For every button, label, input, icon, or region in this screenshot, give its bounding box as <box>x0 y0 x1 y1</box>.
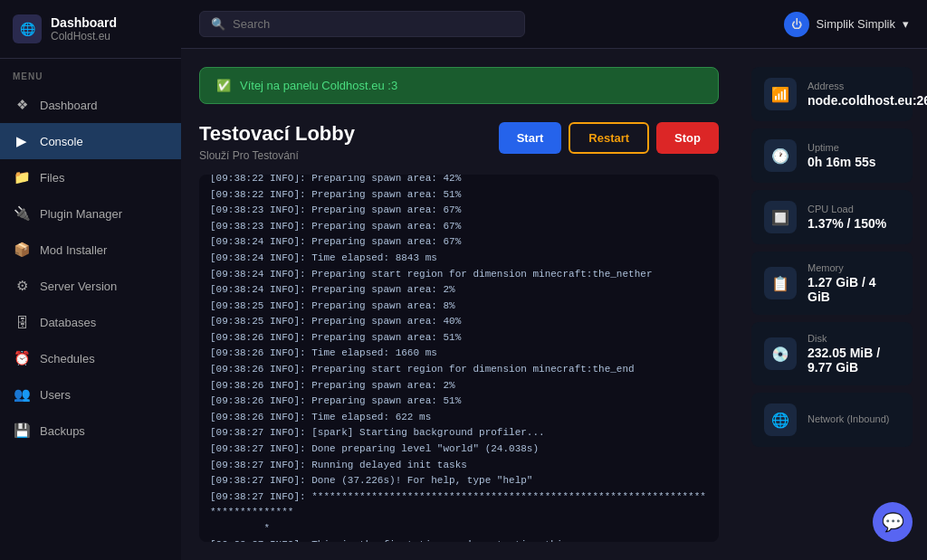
stat-card-disk: 💿Disk232.05 MiB / 9.77 GiB <box>751 322 913 385</box>
header: 🔍 ⏻ Simplik Simplik ▾ <box>181 0 927 49</box>
stat-value-memory: 1.27 GiB / 4 GiB <box>808 275 900 304</box>
sidebar-item-schedules[interactable]: ⏰Schedules <box>0 340 181 376</box>
sidebar-item-label-users: Users <box>40 388 71 402</box>
sidebar-item-label-server-version: Server Version <box>40 280 117 293</box>
uptime-icon: 🕐 <box>764 139 797 172</box>
console-line: [09:38:26 INFO]: Preparing spawn area: 5… <box>210 330 708 346</box>
stat-info-cpu: CPU Load1.37% / 150% <box>808 204 886 231</box>
sidebar-nav: ❖Dashboard▶Console📁Files🔌Plugin Manager📦… <box>0 87 181 449</box>
server-controls: Start Restart Stop <box>499 122 719 154</box>
menu-label: MENU <box>0 59 181 87</box>
sidebar-item-mod-installer[interactable]: 📦Mod Installer <box>0 232 181 268</box>
sidebar-item-label-schedules: Schedules <box>40 352 95 365</box>
console-line: [09:38:26 INFO]: Time elapsed: 622 ms <box>210 410 708 426</box>
console-area: ✅ Vítej na panelu Coldhost.eu :3 Testova… <box>181 49 737 560</box>
stat-card-cpu: 🔲CPU Load1.37% / 150% <box>751 190 913 244</box>
stat-card-uptime: 🕐Uptime0h 16m 55s <box>751 128 913 183</box>
server-description: Slouží Pro Testování <box>199 149 355 162</box>
console-line: [09:38:23 INFO]: Preparing spawn area: 6… <box>210 219 708 235</box>
stat-value-address: node.coldhost.eu:26012 <box>808 93 927 108</box>
console-line: [09:38:26 INFO]: Preparing spawn area: 5… <box>210 394 708 410</box>
console-line: [09:38:22 INFO]: Preparing spawn area: 5… <box>210 187 708 204</box>
sidebar-brand: Dashboard ColdHost.eu <box>51 15 117 43</box>
stat-label-memory: Memory <box>808 262 900 273</box>
sidebar-item-console[interactable]: ▶Console <box>0 123 181 159</box>
address-icon: 📶 <box>764 78 797 110</box>
search-bar[interactable]: 🔍 <box>199 11 525 37</box>
sidebar-item-server-version[interactable]: ⚙Server Version <box>0 268 181 304</box>
user-label: Simplik Simplik <box>817 17 895 31</box>
welcome-banner: ✅ Vítej na panelu Coldhost.eu :3 <box>199 67 719 104</box>
console-line: [09:38:26 INFO]: Preparing start region … <box>210 362 708 378</box>
sidebar-item-label-mod-installer: Mod Installer <box>40 243 107 257</box>
files-icon: 📁 <box>13 168 31 186</box>
stat-info-address: Addressnode.coldhost.eu:26012 <box>808 81 927 108</box>
stat-value-cpu: 1.37% / 150% <box>808 216 886 231</box>
stat-label-disk: Disk <box>808 333 900 344</box>
stat-label-cpu: CPU Load <box>808 204 886 214</box>
chevron-down-icon: ▾ <box>903 17 909 31</box>
databases-icon: 🗄 <box>13 313 31 331</box>
user-menu[interactable]: ⏻ Simplik Simplik ▾ <box>784 12 909 37</box>
console-line: [09:38:27 INFO]: Done preparing level "w… <box>210 441 708 458</box>
user-avatar: ⏻ <box>784 12 809 37</box>
console-line: [09:38:27 INFO]: Done (37.226s)! For hel… <box>210 473 708 489</box>
sidebar-item-label-databases: Databases <box>40 316 96 329</box>
sidebar-item-dashboard[interactable]: ❖Dashboard <box>0 87 181 123</box>
console-line: [09:38:22 INFO]: Preparing spawn area: 4… <box>210 175 708 187</box>
sidebar-item-plugin-manager[interactable]: 🔌Plugin Manager <box>0 195 181 232</box>
server-header: Testovací Lobby Slouží Pro Testování Sta… <box>199 122 719 162</box>
sidebar-item-label-console: Console <box>40 135 83 148</box>
stat-label-network: Network (Inbound) <box>808 413 890 424</box>
console-output[interactable]: [09:38:16 INFO]: Preparing spawn area: 2… <box>199 175 719 542</box>
console-line: [09:38:27 INFO]: ***********************… <box>210 489 708 521</box>
stat-card-address: 📶Addressnode.coldhost.eu:26012 <box>751 67 913 121</box>
server-version-icon: ⚙ <box>13 277 31 295</box>
console-line: [09:38:24 INFO]: Preparing start region … <box>210 267 708 283</box>
schedules-icon: ⏰ <box>13 349 31 367</box>
sidebar-item-label-backups: Backups <box>40 424 85 438</box>
search-input[interactable] <box>233 17 513 31</box>
sidebar-item-databases[interactable]: 🗄Databases <box>0 304 181 340</box>
sidebar-header: 🌐 Dashboard ColdHost.eu <box>0 0 181 59</box>
sidebar-item-label-plugin-manager: Plugin Manager <box>40 207 122 221</box>
stat-label-address: Address <box>808 81 927 91</box>
sidebar-item-label-files: Files <box>40 171 64 185</box>
right-panel: 📶Addressnode.coldhost.eu:26012🕐Uptime0h … <box>737 49 927 560</box>
sidebar-logo: 🌐 <box>13 14 42 43</box>
sidebar-item-users[interactable]: 👥Users <box>0 376 181 413</box>
plugin-manager-icon: 🔌 <box>13 204 31 223</box>
stop-button[interactable]: Stop <box>656 122 719 154</box>
stat-info-network: Network (Inbound) <box>808 413 890 426</box>
dashboard-icon: ❖ <box>13 96 31 114</box>
console-line: [09:38:24 INFO]: Time elapsed: 8843 ms <box>210 251 708 267</box>
console-line: [09:38:27 INFO]: Running delayed init ta… <box>210 458 708 474</box>
check-icon: ✅ <box>216 79 231 92</box>
server-info: Testovací Lobby Slouží Pro Testování <box>199 122 355 162</box>
console-line: [09:38:23 INFO]: Preparing spawn area: 6… <box>210 203 708 219</box>
console-line: * <box>210 521 708 537</box>
discord-button[interactable]: 💬 <box>873 502 913 542</box>
stat-value-uptime: 0h 16m 55s <box>808 155 876 169</box>
restart-button[interactable]: Restart <box>569 122 649 154</box>
stat-value-disk: 232.05 MiB / 9.77 GiB <box>808 346 900 375</box>
console-icon: ▶ <box>13 132 31 150</box>
stat-card-memory: 📋Memory1.27 GiB / 4 GiB <box>751 252 913 315</box>
network-icon: 🌐 <box>764 403 797 436</box>
search-icon: 🔍 <box>211 17 225 31</box>
stat-label-uptime: Uptime <box>808 142 876 153</box>
sidebar-item-files[interactable]: 📁Files <box>0 159 181 195</box>
users-icon: 👥 <box>13 385 31 403</box>
stat-info-disk: Disk232.05 MiB / 9.77 GiB <box>808 333 900 375</box>
stat-card-network: 🌐Network (Inbound) <box>751 393 913 447</box>
sidebar: 🌐 Dashboard ColdHost.eu MENU ❖Dashboard▶… <box>0 0 181 560</box>
main-content: 🔍 ⏻ Simplik Simplik ▾ ✅ Vítej na panelu … <box>181 0 927 560</box>
cpu-icon: 🔲 <box>764 201 797 233</box>
stat-info-uptime: Uptime0h 16m 55s <box>808 142 876 169</box>
sidebar-item-label-dashboard: Dashboard <box>40 99 98 112</box>
sidebar-subtitle: ColdHost.eu <box>51 30 117 43</box>
content-area: ✅ Vítej na panelu Coldhost.eu :3 Testova… <box>181 49 927 560</box>
sidebar-item-backups[interactable]: 💾Backups <box>0 413 181 449</box>
console-line: [09:38:26 INFO]: Time elapsed: 1660 ms <box>210 346 708 362</box>
start-button[interactable]: Start <box>499 122 562 154</box>
